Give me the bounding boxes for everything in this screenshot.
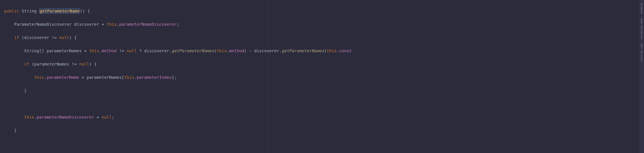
keyword-if: if	[14, 35, 19, 40]
keyword-public: public	[4, 8, 19, 13]
operator: =	[82, 75, 84, 80]
tab-bean-validation[interactable]: Bean Validation	[639, 17, 644, 40]
null-literal: null	[59, 35, 69, 40]
keyword-this: this	[89, 48, 99, 53]
brace: {	[74, 35, 76, 40]
brackets: []	[39, 48, 44, 53]
operator: =	[84, 48, 86, 53]
tab-rest-services[interactable]: REST Services	[639, 42, 644, 63]
operator: ?	[139, 48, 142, 53]
dot: .	[134, 75, 136, 80]
code-line: }	[4, 127, 642, 134]
keyword-this: this	[124, 75, 134, 80]
keyword-if: if	[24, 62, 29, 67]
operator: !=	[119, 48, 124, 53]
keyword-this: this	[24, 115, 34, 120]
brace: }	[14, 128, 16, 133]
field: parameterNameDiscoverer	[119, 22, 177, 27]
operator: !=	[52, 35, 57, 40]
right-tool-panel: Database Bean Validation REST Services	[639, 0, 644, 153]
type: String	[24, 48, 39, 53]
method-call: getParameterNames	[282, 48, 324, 53]
code-line	[4, 140, 642, 147]
field: parameterName	[47, 75, 79, 80]
keyword-this: this	[107, 22, 117, 27]
paren: (	[22, 35, 24, 40]
operator: =	[97, 115, 99, 120]
tab-database[interactable]: Database	[639, 2, 644, 15]
brace: }	[24, 88, 26, 93]
code-line: if (discoverer != null) {	[4, 34, 642, 41]
code-line: this.parameterNameDiscoverer = null;	[4, 114, 642, 121]
code-line: }	[4, 87, 642, 94]
null-literal: null	[127, 48, 136, 53]
semicolon: ;	[174, 75, 177, 80]
field: parameterNameDiscoverer	[37, 115, 94, 120]
variable: parameterNames	[47, 48, 82, 53]
paren: (	[324, 48, 326, 53]
parens: ()	[80, 8, 85, 13]
dot: .	[117, 22, 119, 27]
variable: discoverer	[144, 48, 169, 53]
dot: .	[34, 115, 37, 120]
dot: .	[44, 75, 47, 80]
semicolon: ;	[112, 115, 114, 120]
semicolon: ;	[177, 22, 179, 27]
operator: :	[249, 48, 252, 53]
operator: =	[102, 22, 104, 27]
field: method	[229, 48, 244, 53]
code-line: String[] parameterNames = this.method !=…	[4, 47, 642, 54]
type: ParameterNameDiscoverer	[14, 22, 72, 27]
variable: discoverer	[254, 48, 279, 53]
variable: discoverer	[74, 22, 99, 27]
code-line: this.parameterName = parameterNames[this…	[4, 74, 642, 81]
operator: !=	[72, 62, 76, 67]
paren: (	[214, 48, 217, 53]
brace: {	[94, 62, 97, 67]
paren: )	[69, 35, 72, 40]
code-editor[interactable]: public String getParameterName() { Param…	[0, 0, 644, 153]
keyword-this: this	[217, 48, 227, 53]
method-call: getParameterNames	[172, 48, 214, 53]
paren: )	[89, 62, 92, 67]
code-line: ParameterNameDiscoverer discoverer = thi…	[4, 21, 642, 27]
keyword-this: this	[327, 48, 337, 53]
null-literal: null	[79, 62, 89, 67]
code-line	[4, 101, 642, 107]
dot: .	[99, 48, 102, 53]
field: parameterIndex	[136, 75, 172, 80]
paren: (	[32, 62, 34, 67]
bracket: [	[122, 75, 124, 80]
field: method	[102, 48, 117, 53]
keyword-this: this	[34, 75, 44, 80]
field: const	[339, 48, 352, 53]
dot: .	[337, 48, 339, 53]
variable: discoverer	[24, 35, 49, 40]
dot: .	[227, 48, 229, 53]
method-declaration: getParameterName	[39, 8, 80, 14]
code-line: public String getParameterName() {	[4, 8, 642, 14]
type-string: String	[22, 8, 36, 13]
brace: {	[88, 8, 90, 13]
variable: parameterNames	[86, 75, 122, 80]
code-line: if (parameterNames != null) {	[4, 61, 642, 67]
dot: .	[279, 48, 282, 53]
variable: parameterNames	[34, 62, 69, 67]
paren: )	[244, 48, 247, 53]
null-literal: null	[102, 115, 112, 120]
bracket: ]	[172, 75, 174, 80]
dot: .	[169, 48, 172, 53]
